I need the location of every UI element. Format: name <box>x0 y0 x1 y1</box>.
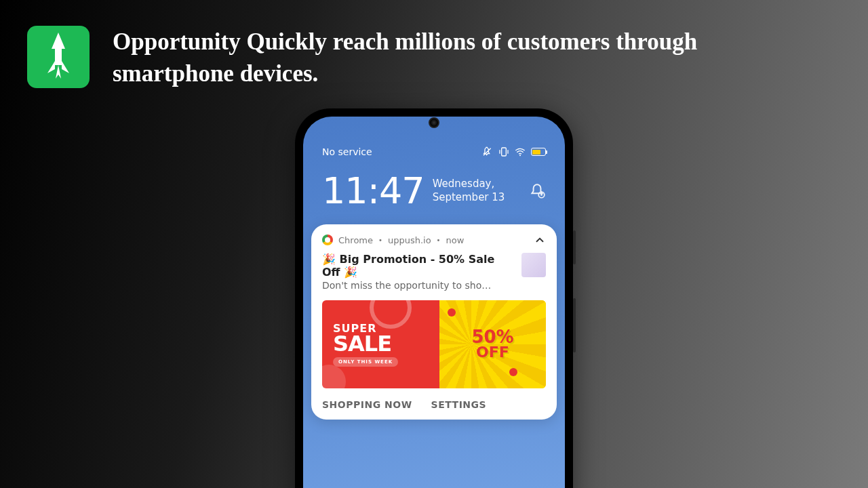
status-icons <box>482 146 546 157</box>
battery-icon <box>531 148 546 156</box>
notification-actions: SHOPPING NOW SETTINGS <box>322 399 546 410</box>
mute-icon <box>482 146 493 157</box>
banner-off: OFF <box>476 346 509 359</box>
svg-point-5 <box>540 194 542 196</box>
chevron-up-icon[interactable] <box>534 234 546 246</box>
notification-source: uppush.io <box>388 235 431 245</box>
wifi-icon <box>515 146 526 157</box>
vibrate-icon <box>498 146 509 157</box>
notification-settings-icon[interactable] <box>528 182 546 200</box>
notification-timestamp: now <box>446 235 465 245</box>
lockscreen-clock-row: 11:47 Wednesday, September 13 <box>303 163 565 224</box>
settings-button[interactable]: SETTINGS <box>431 399 487 410</box>
marketing-header: Opportunity Quickly reach millions of cu… <box>0 0 868 116</box>
notification-thumbnail <box>521 253 546 277</box>
page-title: Opportunity Quickly reach millions of cu… <box>113 26 764 90</box>
promo-left-panel: SUPER SALE ONLY THIS WEEK <box>322 300 439 388</box>
front-camera <box>429 117 439 128</box>
promo-right-panel: 50% OFF <box>439 300 546 388</box>
separator-dot: • <box>437 237 441 244</box>
rocket-icon <box>39 31 77 83</box>
decor-dot <box>448 308 456 317</box>
banner-sale-text: SALE <box>333 335 439 353</box>
decor-dot <box>509 368 517 376</box>
phone-mockup: No service 11:47 Wednesday, September 13 <box>295 108 573 488</box>
lockscreen-date: Wednesday, September 13 <box>433 178 520 204</box>
phone-frame: No service 11:47 Wednesday, September 13 <box>295 108 573 488</box>
banner-badge: ONLY THIS WEEK <box>333 357 398 367</box>
push-notification-card[interactable]: Chrome • uppush.io • now 🎉 Big Promotion… <box>311 224 557 420</box>
lockscreen-time: 11:47 <box>322 169 425 212</box>
notification-content-row: 🎉 Big Promotion - 50% Sale Off 🎉 Don't m… <box>322 253 546 291</box>
notification-body: Don't miss the opportunity to shop with … <box>322 280 492 291</box>
app-logo <box>27 26 90 88</box>
notification-header: Chrome • uppush.io • now <box>322 234 546 246</box>
svg-point-3 <box>519 155 521 156</box>
phone-screen: No service 11:47 Wednesday, September 13 <box>303 117 565 488</box>
carrier-label: No service <box>322 146 372 157</box>
svg-rect-0 <box>502 148 507 156</box>
promo-banner: SUPER SALE ONLY THIS WEEK 50% OFF <box>322 300 546 388</box>
shopping-now-button[interactable]: SHOPPING NOW <box>322 399 412 410</box>
chrome-icon <box>322 235 333 245</box>
notification-app-name: Chrome <box>338 235 373 245</box>
notification-title: 🎉 Big Promotion - 50% Sale Off 🎉 <box>322 253 515 279</box>
separator-dot: • <box>378 237 382 244</box>
